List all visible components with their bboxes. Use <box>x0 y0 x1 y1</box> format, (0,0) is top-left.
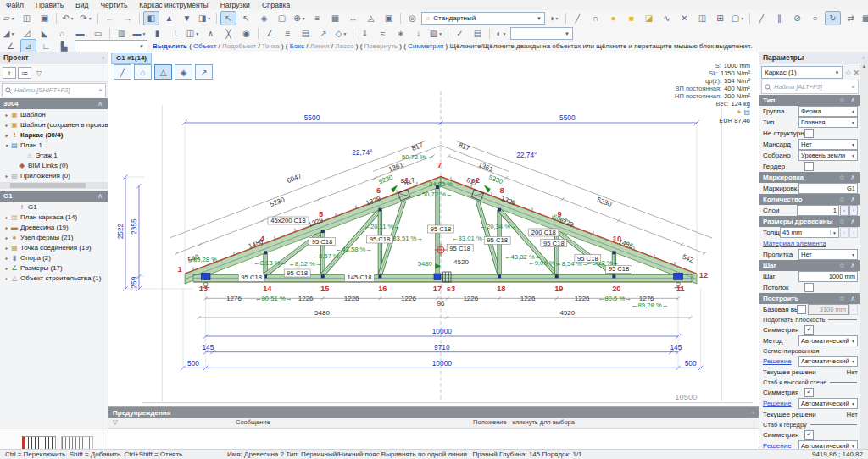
draw-rect-button[interactable]: ■ <box>623 11 639 25</box>
spinner-button[interactable]: › <box>849 227 858 238</box>
level-down-button[interactable]: ▼ <box>179 11 195 25</box>
tree-item[interactable]: ▸∠Размеры (17) <box>0 263 108 273</box>
camera-button[interactable]: ▣ <box>381 11 397 25</box>
annotate-button[interactable]: ✕ <box>676 11 693 25</box>
tree-item[interactable]: ▸▣Шаблон (сохранен в производителе) <box>0 119 108 130</box>
param-section-Построить[interactable]: Построить☆ ∧ <box>760 293 860 304</box>
snow-load-tool-button[interactable]: ∗ <box>392 26 409 41</box>
table-button[interactable]: ▦ <box>327 11 343 25</box>
beam-tool-button[interactable]: ▬▼ <box>131 26 147 41</box>
param-section-Маркировка[interactable]: Маркировка☆ ∧ <box>760 172 860 183</box>
node-plate[interactable] <box>498 274 501 278</box>
leader-tool-button[interactable]: ↗ <box>315 26 331 41</box>
param-select[interactable]: Автоматический▼ <box>798 398 858 409</box>
support-tool-button[interactable]: ⊥ <box>167 26 183 41</box>
spinner-button[interactable]: › <box>849 205 858 216</box>
object-selector-combo[interactable]: Каркас (1)▼ <box>761 66 843 79</box>
check-tool-button[interactable]: ✓ <box>452 26 468 41</box>
construction-line-button[interactable]: ╱ <box>754 11 770 25</box>
tree-item[interactable]: ▸▮Опора (2) <box>0 252 108 263</box>
draw-arc-button[interactable]: ∩ <box>587 11 604 25</box>
new-document-button[interactable]: ▱▼ <box>1 11 17 25</box>
wind-load-tool-button[interactable]: ≈ <box>375 26 391 41</box>
tree-item[interactable]: ◆BIM Links (0) <box>0 160 108 170</box>
tree-hscrollbar[interactable] <box>0 182 108 189</box>
frame-tool-button[interactable]: ◫▼ <box>185 26 201 41</box>
expand-arrow-icon[interactable]: ▸ <box>3 173 10 179</box>
node-plate[interactable] <box>378 274 381 278</box>
truss-canvas[interactable]: G1 #1(14) ╱⌂△◈↗ S:1000 mmSk:1350 N/m²qp(… <box>108 52 759 406</box>
copy-block-button[interactable]: ◫ <box>694 11 710 25</box>
warnings-col-message[interactable]: Сообщение <box>236 418 270 426</box>
dimension-tool-button[interactable]: ∠ <box>262 26 278 41</box>
tool-truss-view-button[interactable]: △ <box>154 64 172 80</box>
point-load-tool-button[interactable]: ↓ <box>410 26 426 41</box>
spinner-button[interactable]: ‹ <box>840 205 849 216</box>
param-select[interactable]: 45 mm▼ <box>780 227 839 238</box>
menu-вид[interactable]: Вид <box>70 1 94 9</box>
splice-tool-button[interactable]: ▬ <box>72 26 88 41</box>
highlighter-button[interactable]: ◨▼ <box>197 11 213 25</box>
split-button[interactable]: ⊘ <box>789 11 805 25</box>
param-section-Шаг[interactable]: Шаг☆ ∧ <box>760 260 860 271</box>
preset-combo[interactable]: ☼ Стандартный ▼ <box>421 12 545 25</box>
collapse-icon[interactable]: ∧ <box>97 192 104 200</box>
param-checkbox[interactable] <box>797 305 806 314</box>
param-select[interactable]: Нет▼ <box>798 249 858 260</box>
load-tool-button[interactable]: ⇓ <box>357 26 373 41</box>
tree-item[interactable]: ▸!Каркас (30/4) <box>0 130 108 140</box>
prompt-token[interactable]: Бокс <box>290 42 304 50</box>
price-icon[interactable]: ✦ <box>737 108 743 116</box>
tree-view-toggle-2[interactable]: ≔ <box>18 67 31 79</box>
node-plate[interactable] <box>612 274 615 278</box>
plate-tool-button[interactable]: ▭ <box>90 26 106 41</box>
tree-item[interactable]: ▸●Узел фермы (21) <box>0 232 108 242</box>
move-button[interactable]: ↔ <box>345 11 361 25</box>
filter-icon[interactable]: ▽ <box>36 69 42 77</box>
expand-all-icon[interactable]: ✕ <box>853 69 860 77</box>
draw-polygon-button[interactable]: ◪ <box>641 11 657 25</box>
redo-button[interactable]: ↷▼ <box>78 11 94 25</box>
link-button[interactable]: ◎ <box>404 11 420 25</box>
tool-export-button[interactable]: ↗ <box>195 64 213 80</box>
tool-draw-button[interactable]: ╱ <box>114 64 131 80</box>
section-header-g1[interactable]: G1∧ <box>0 191 108 202</box>
view-elevation-button[interactable]: ◧ <box>143 11 159 25</box>
param-link[interactable]: Решение <box>763 400 792 407</box>
param-select[interactable]: Автоматический▼ <box>798 356 858 367</box>
node-plate[interactable] <box>612 251 615 254</box>
param-checkbox[interactable] <box>804 162 814 171</box>
tree-item[interactable]: ▸▤Приложения (0) <box>0 170 108 180</box>
param-section-Тип[interactable]: Тип☆ ∧ <box>760 95 860 106</box>
tree-item[interactable]: ⌂Этаж 1 <box>0 150 108 160</box>
style-button[interactable]: ◑▼ <box>546 11 562 25</box>
param-checkbox[interactable] <box>804 129 814 138</box>
node-plate[interactable] <box>264 251 267 254</box>
tree-item[interactable]: ▸▬Древесина (19) <box>0 222 108 232</box>
nav-back-button[interactable]: ← <box>102 11 118 25</box>
param-select[interactable]: Ферма▼ <box>798 106 858 117</box>
node-tool-button[interactable]: ◉ <box>238 26 254 41</box>
param-checkbox[interactable] <box>804 283 814 292</box>
tree-item[interactable]: ▸▤План каркаса (14) <box>0 212 108 222</box>
draw-freehand-button[interactable]: ∿ <box>659 11 675 25</box>
pin-icon[interactable]: ▫ <box>752 409 754 417</box>
tool-plan-view-button[interactable]: ⌂ <box>134 64 152 80</box>
param-section-Количество[interactable]: Количество☆ ∧ <box>760 194 860 205</box>
expand-arrow-icon[interactable]: ▸ <box>3 112 10 118</box>
menu-справка[interactable]: Справка <box>256 1 296 9</box>
draw-line-button[interactable]: ╱ <box>570 11 586 25</box>
node-plate[interactable] <box>498 208 501 212</box>
project-search[interactable]: Найти [SHIFT+F3] × <box>2 83 106 97</box>
node-plate[interactable] <box>321 274 325 278</box>
symbol-tool-button[interactable]: ◇▼ <box>333 26 349 41</box>
clear-search-icon[interactable]: × <box>851 83 855 91</box>
parallel-line-button[interactable]: ∥ <box>771 11 787 25</box>
pan-button[interactable]: ◈ <box>256 11 272 25</box>
param-link[interactable]: Решение <box>763 357 792 365</box>
menu-каркас-инструменты[interactable]: Каркас инструменты <box>133 1 214 9</box>
pin-icon[interactable]: ▫ <box>862 54 865 62</box>
reference-point-button[interactable]: ◬ <box>363 11 379 25</box>
node-plate[interactable] <box>321 230 325 233</box>
expand-arrow-icon[interactable]: ▸ <box>3 224 10 230</box>
